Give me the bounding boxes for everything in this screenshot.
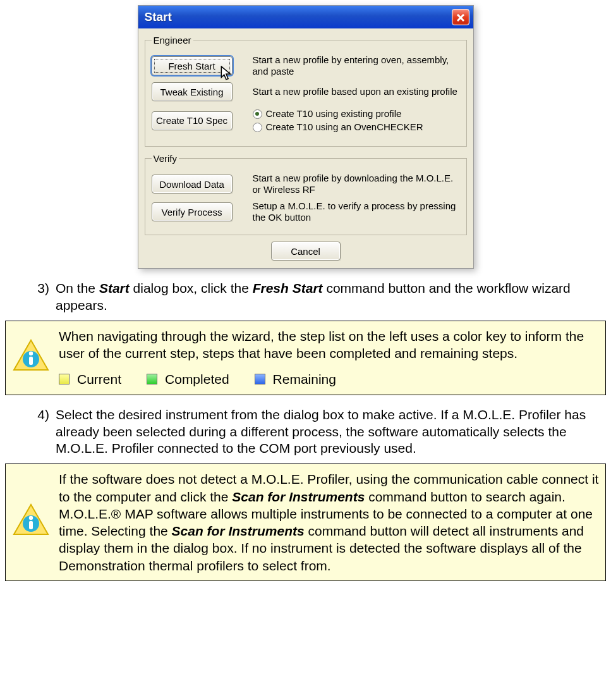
dialog-title: Start — [145, 10, 172, 24]
t10-radio-ovenchecker[interactable]: Create T10 using an OvenCHECKER — [253, 121, 460, 133]
svg-rect-5 — [29, 357, 33, 365]
fresh-start-desc: Start a new profile by entering oven, as… — [253, 54, 460, 77]
t10-radio-existing[interactable]: Create T10 using existing profile — [253, 108, 460, 120]
wizard-color-note: When navigating through the wizard, the … — [5, 321, 606, 395]
step-3: 3) On the Start dialog box, click the Fr… — [0, 280, 611, 314]
legend-current: Current — [77, 371, 121, 388]
note1-text: When navigating through the wizard, the … — [59, 328, 599, 362]
swatch-completed-icon — [147, 374, 157, 384]
note2-text: If the software does not detect a M.O.L.… — [59, 470, 599, 574]
close-button[interactable] — [452, 9, 469, 25]
color-legend: Current Completed Remaining — [59, 371, 599, 388]
scan-instruments-note: If the software does not detect a M.O.L.… — [5, 464, 606, 581]
cancel-button[interactable]: Cancel — [271, 242, 341, 261]
radio-icon — [253, 123, 262, 132]
download-data-button[interactable]: Download Data — [152, 175, 233, 193]
step-4-number: 4) — [30, 407, 49, 458]
info-icon — [12, 503, 50, 542]
legend-remaining: Remaining — [273, 371, 336, 388]
download-data-desc: Start a new profile by downloading the M… — [253, 173, 460, 195]
swatch-current-icon — [59, 374, 70, 384]
step-4-text: Select the desired instrument from the d… — [56, 407, 598, 458]
start-dialog: Start Engineer Fresh Start Start a — [138, 5, 474, 269]
svg-point-4 — [29, 351, 33, 355]
step-3-number: 3) — [30, 280, 49, 314]
step-4: 4) Select the desired instrument from th… — [0, 407, 611, 458]
verify-process-desc: Setup a M.O.L.E. to verify a process by … — [253, 200, 460, 223]
titlebar: Start — [138, 6, 473, 28]
swatch-remaining-icon — [255, 374, 265, 384]
engineer-group: Engineer Fresh Start Start a new profile… — [145, 35, 467, 147]
info-icon — [12, 338, 50, 378]
verify-legend: Verify — [152, 153, 179, 164]
radio-icon — [253, 109, 262, 119]
tweak-existing-desc: Start a new profile based upon an existi… — [253, 86, 460, 97]
verify-process-button[interactable]: Verify Process — [152, 202, 233, 221]
svg-rect-9 — [29, 521, 33, 529]
create-t10-button[interactable]: Create T10 Spec — [152, 111, 233, 130]
dialog-body: Engineer Fresh Start Start a new profile… — [138, 28, 473, 268]
close-icon — [457, 9, 464, 25]
t10-opt1-label: Create T10 using existing profile — [266, 108, 402, 120]
tweak-existing-button[interactable]: Tweak Existing — [152, 82, 233, 101]
engineer-legend: Engineer — [152, 35, 193, 46]
step-3-text: On the Start dialog box, click the Fresh… — [56, 280, 598, 314]
legend-completed: Completed — [165, 371, 229, 388]
svg-point-8 — [29, 516, 33, 520]
t10-opt2-label: Create T10 using an OvenCHECKER — [266, 121, 423, 133]
verify-group: Verify Download Data Start a new profile… — [145, 153, 467, 235]
